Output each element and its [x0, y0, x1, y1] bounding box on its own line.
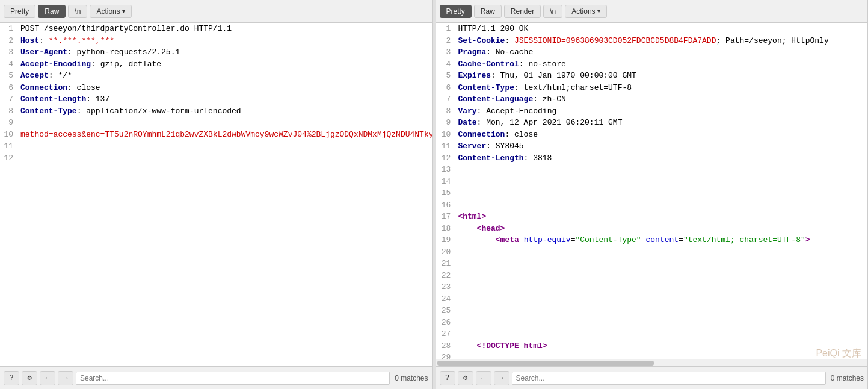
left-settings-button[interactable]: ⚙ — [22, 371, 37, 385]
table-row: 7Content-Length: 137 — [0, 93, 432, 105]
line-number: 5 — [436, 70, 456, 82]
plain-text: : zh-CN — [533, 95, 566, 104]
header-value-red: method=access&enc=TT5u2nROYmhmL21qb2wvZX… — [20, 130, 432, 139]
line-number: 17 — [436, 211, 456, 223]
line-number: 1 — [436, 23, 456, 35]
line-content — [455, 164, 867, 176]
table-row: 14 — [436, 176, 868, 188]
line-number: 24 — [436, 293, 456, 305]
table-row: 7Content-Language: zh-CN — [436, 93, 868, 105]
table-row: 11 — [0, 140, 432, 152]
plain-text: : — [39, 36, 49, 45]
right-raw-button[interactable]: Raw — [474, 5, 502, 18]
line-content: <meta http-equiv="Content-Type" content=… — [455, 234, 867, 246]
table-row: 3User-Agent: python-requests/2.25.1 — [0, 46, 432, 58]
line-content: Expires: Thu, 01 Jan 1970 00:00:00 GMT — [455, 70, 867, 82]
plain-text: : text/html;charset=UTF-8 — [514, 83, 632, 92]
header-key: Content-Length — [458, 154, 523, 163]
plain-text: : 3818 — [524, 154, 552, 163]
header-key: Accept — [20, 71, 49, 80]
right-render-button[interactable]: Render — [504, 5, 541, 18]
line-number: 26 — [436, 317, 456, 329]
right-pretty-button[interactable]: Pretty — [440, 5, 472, 18]
line-number: 13 — [436, 164, 456, 176]
left-next-button[interactable]: → — [58, 371, 73, 385]
left-code-area[interactable]: 1POST /seeyon/thirdpartyController.do HT… — [0, 23, 432, 366]
plain-text: : SY8045 — [486, 142, 523, 151]
line-content: <html> — [455, 211, 867, 223]
line-number: 5 — [0, 70, 18, 82]
line-content: Date: Mon, 12 Apr 2021 06:20:11 GMT — [455, 117, 867, 129]
right-toolbar: Pretty Raw Render \n Actions ▾ — [436, 0, 868, 23]
line-content — [455, 246, 867, 258]
right-code-area[interactable]: 1HTTP/1.1 200 OK2Set-Cookie: JSESSIONID=… — [436, 23, 868, 366]
line-number: 1 — [0, 23, 18, 35]
right-matches-label: 0 matches — [831, 374, 864, 382]
table-row: 8Vary: Accept-Encoding — [436, 105, 868, 117]
line-number: 14 — [436, 176, 456, 188]
line-content — [455, 176, 867, 188]
header-key: Content-Length — [20, 95, 86, 104]
table-row: 12Content-Length: 3818 — [436, 152, 868, 164]
right-next-button[interactable]: → — [494, 371, 509, 385]
right-help-button[interactable]: ? — [440, 371, 455, 385]
left-help-button[interactable]: ? — [4, 371, 19, 385]
right-code-table: 1HTTP/1.1 200 OK2Set-Cookie: JSESSIONID=… — [436, 23, 868, 366]
line-number: 8 — [0, 105, 18, 117]
line-number: 25 — [436, 305, 456, 317]
right-search-input[interactable] — [512, 372, 826, 385]
table-row: 10method=access&enc=TT5u2nROYmhmL21qb2wv… — [0, 129, 432, 141]
left-prev-button[interactable]: ← — [40, 371, 55, 385]
line-content: User-Agent: python-requests/2.25.1 — [18, 46, 432, 58]
table-row: 19 <meta http-equiv="Content-Type" conte… — [436, 234, 868, 246]
right-actions-button[interactable]: Actions ▾ — [565, 5, 606, 18]
line-content — [455, 305, 867, 317]
line-number: 11 — [436, 140, 456, 152]
left-search-input[interactable] — [76, 372, 390, 385]
table-row: 5Expires: Thu, 01 Jan 1970 00:00:00 GMT — [436, 70, 868, 82]
line-number: 6 — [0, 82, 18, 94]
right-n-button[interactable]: \n — [543, 5, 562, 18]
right-horiz-scrollbar[interactable] — [436, 359, 868, 366]
plain-text: : close — [505, 130, 538, 139]
left-actions-button[interactable]: Actions ▾ — [90, 5, 131, 18]
plain-text: : Mon, 12 Apr 2021 06:20:11 GMT — [477, 118, 623, 127]
left-n-button[interactable]: \n — [68, 5, 87, 18]
table-row: 6Content-Type: text/html;charset=UTF-8 — [436, 82, 868, 94]
right-actions-chevron-icon: ▾ — [597, 8, 600, 14]
html-attr-name: content — [645, 235, 679, 244]
right-pane: Pretty Raw Render \n Actions ▾ 1HTTP/1.1… — [436, 0, 869, 389]
left-bottom-bar: ? ⚙ ← → 0 matches — [0, 366, 432, 389]
plain-text: : python-requests/2.25.1 — [67, 48, 180, 57]
html-doctype: <!DOCTYPE html> — [477, 341, 547, 350]
line-content: Cache-Control: no-store — [455, 58, 867, 70]
left-pane: Pretty Raw \n Actions ▾ 1POST /seeyon/th… — [0, 0, 432, 389]
html-tag: > — [805, 235, 810, 244]
line-number: 8 — [436, 105, 456, 117]
line-number: 3 — [436, 46, 456, 58]
line-number: 22 — [436, 270, 456, 282]
right-settings-button[interactable]: ⚙ — [458, 371, 473, 385]
plain-text: : no-store — [519, 60, 566, 69]
line-content — [455, 187, 867, 199]
line-number: 11 — [0, 140, 18, 152]
html-attr-value: "text/html; charset=UTF-8" — [683, 235, 805, 244]
plain-text: = — [679, 235, 683, 244]
left-raw-button[interactable]: Raw — [38, 5, 66, 18]
plain-text: HTTP/1.1 200 OK — [458, 24, 528, 33]
line-number: 27 — [436, 328, 456, 340]
line-content: Content-Length: 137 — [18, 93, 432, 105]
table-row: 4Cache-Control: no-store — [436, 58, 868, 70]
header-key: Connection — [458, 130, 505, 139]
right-prev-button[interactable]: ← — [476, 371, 491, 385]
horiz-scroll-thumb[interactable] — [437, 361, 654, 366]
table-row: 8Content-Type: application/x-www-form-ur… — [0, 105, 432, 117]
line-number: 20 — [436, 246, 456, 258]
table-row: 21 — [436, 258, 868, 270]
table-row: 25 — [436, 305, 868, 317]
table-row: 24 — [436, 293, 868, 305]
left-pretty-button[interactable]: Pretty — [4, 5, 35, 18]
table-row: 13 — [436, 164, 868, 176]
line-content: POST /seeyon/thirdpartyController.do HTT… — [18, 23, 432, 35]
plain-text: : Accept-Encoding — [477, 107, 557, 116]
